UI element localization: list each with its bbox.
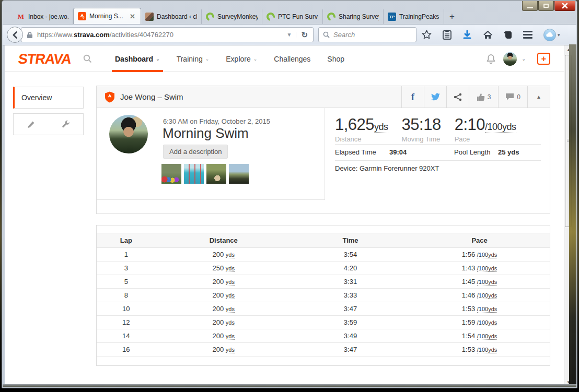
stat-label: Moving Time bbox=[402, 135, 441, 143]
nav-item-shop[interactable]: Shop bbox=[319, 45, 353, 72]
time-cell: 3:47 bbox=[292, 302, 409, 316]
tab-label: PTC Fun Surve... bbox=[278, 13, 318, 20]
photo-thumbnail[interactable] bbox=[161, 164, 181, 184]
divider bbox=[335, 144, 541, 145]
stat-moving-time: 35:18 Moving Time bbox=[402, 115, 441, 143]
stats-row: 1,625yds Distance 35:18 Moving Time 2:10… bbox=[335, 115, 516, 143]
comments-button[interactable]: 0 bbox=[498, 86, 527, 108]
table-row[interactable]: 16 200 yds 3:47 1:53 /100yds bbox=[97, 343, 550, 357]
minimize-button[interactable] bbox=[522, 1, 538, 11]
window-border-bottom bbox=[3, 384, 576, 387]
tab-dashboard[interactable]: Dashboard ‹ ch... bbox=[141, 9, 202, 24]
distance-unit: yds bbox=[226, 252, 235, 258]
pace-value: 1:59 bbox=[462, 318, 475, 326]
downloads-icon[interactable] bbox=[462, 30, 472, 40]
trainingpeaks-icon: TP bbox=[388, 13, 396, 21]
distance-unit: yds bbox=[226, 306, 235, 313]
notifications-bell-icon[interactable] bbox=[486, 54, 496, 64]
time-cell: 3:49 bbox=[292, 329, 409, 343]
laps-header-row: Lap Distance Time Pace bbox=[97, 233, 550, 248]
desktop: M Inbox - joe.wo... Morning S... ✕ Dashb… bbox=[0, 0, 579, 392]
evernote-icon[interactable] bbox=[504, 30, 512, 40]
table-row[interactable]: 5 200 yds 3:31 1:45 /100yds bbox=[97, 275, 550, 289]
nav-item-dashboard[interactable]: Dashboard⌄ bbox=[107, 45, 168, 72]
photo-thumbnail[interactable] bbox=[184, 164, 204, 184]
overview-label: Overview bbox=[21, 93, 52, 102]
tab-surveymonkey[interactable]: SurveyMonkey... bbox=[202, 9, 262, 24]
lap-cell: 5 bbox=[97, 275, 156, 289]
share-icon bbox=[454, 93, 462, 101]
athlete-avatar[interactable] bbox=[109, 115, 148, 153]
activity-stats-panel: 1,625yds Distance 35:18 Moving Time 2:10… bbox=[326, 108, 550, 200]
nav-item-challenges[interactable]: Challenges bbox=[265, 45, 319, 72]
distance-unit: yds bbox=[226, 319, 235, 326]
maximize-button[interactable] bbox=[538, 1, 554, 11]
photo-thumbnail[interactable] bbox=[229, 164, 249, 184]
url-dropdown-icon[interactable]: ▼ bbox=[283, 32, 297, 38]
distance-value: 200 bbox=[213, 251, 224, 258]
distance-value: 200 bbox=[213, 291, 224, 299]
activity-details-panel: 6:30 AM on Friday, October 2, 2015 Morni… bbox=[97, 108, 325, 200]
bookmarks-clipboard-icon[interactable] bbox=[443, 30, 451, 40]
table-row[interactable]: 8 200 yds 3:33 1:46 /100yds bbox=[97, 289, 550, 302]
pace-unit: /100yds bbox=[477, 252, 497, 258]
reload-icon[interactable]: ↻ bbox=[296, 30, 310, 40]
home-icon[interactable] bbox=[483, 30, 493, 40]
sync-account-button[interactable]: ▾ bbox=[543, 29, 560, 41]
settings-wrench-icon[interactable] bbox=[62, 120, 70, 128]
surveymonkey-icon bbox=[206, 13, 214, 21]
url-bar[interactable]: https://www.strava.com/activities/404762… bbox=[21, 27, 314, 42]
kudos-button[interactable]: 3 bbox=[469, 86, 498, 108]
chevron-down-icon: ⌄ bbox=[156, 56, 160, 62]
nav-item-training[interactable]: Training⌄ bbox=[168, 45, 218, 72]
table-row[interactable]: 10 200 yds 3:47 1:53 /100yds bbox=[97, 302, 550, 316]
pool-length-value: 25 yds bbox=[498, 148, 519, 156]
table-row[interactable]: 1 200 yds 3:54 1:56 /100yds bbox=[97, 248, 550, 262]
photo-thumbnails bbox=[161, 164, 249, 184]
time-cell: 3:59 bbox=[292, 316, 409, 329]
kudos-count: 3 bbox=[488, 93, 491, 101]
share-button[interactable] bbox=[446, 86, 469, 108]
pool-length-label: Pool Length bbox=[454, 148, 490, 156]
distance-unit: yds bbox=[226, 333, 235, 340]
twitter-share-button[interactable] bbox=[424, 86, 446, 108]
tab-inbox[interactable]: M Inbox - joe.wo... bbox=[13, 9, 73, 24]
new-tab-button[interactable]: + bbox=[444, 11, 460, 24]
stat-label: Distance bbox=[335, 135, 388, 143]
menu-icon[interactable] bbox=[523, 31, 532, 39]
bookmark-star-icon[interactable] bbox=[422, 30, 432, 40]
photo-thumbnail[interactable] bbox=[206, 164, 226, 184]
tab-label: SurveyMonkey... bbox=[217, 13, 258, 20]
strava-logo[interactable]: STRAVA bbox=[17, 51, 72, 67]
profile-menu[interactable]: ⌄ bbox=[503, 52, 526, 66]
search-input[interactable] bbox=[333, 31, 401, 39]
table-row[interactable]: 14 200 yds 3:49 1:54 /100yds bbox=[97, 329, 550, 343]
lap-cell: 12 bbox=[97, 316, 156, 329]
lap-cell: 14 bbox=[97, 329, 156, 343]
column-header-pace: Pace bbox=[409, 233, 550, 248]
tab-trainingpeaks[interactable]: TP TrainingPeaks ... bbox=[384, 9, 444, 24]
elapsed-time-label: Elapsed Time bbox=[335, 148, 376, 156]
edit-pencil-icon[interactable] bbox=[27, 121, 35, 128]
tab-morning-swim[interactable]: Morning S... ✕ bbox=[73, 8, 141, 24]
tab-sharing-survey[interactable]: Sharing Survey... bbox=[323, 9, 384, 24]
search-box[interactable] bbox=[318, 27, 416, 42]
tab-close-icon[interactable]: ✕ bbox=[129, 13, 136, 20]
table-row[interactable]: 12 200 yds 3:59 1:59 /100yds bbox=[97, 316, 550, 329]
social-bar: f 3 bbox=[401, 86, 550, 108]
table-row[interactable]: 3 250 yds 4:20 1:43 /100yds bbox=[97, 262, 550, 275]
close-button[interactable] bbox=[554, 1, 575, 11]
maximize-icon bbox=[543, 4, 549, 8]
tab-ptc-fun-survey[interactable]: PTC Fun Surve... bbox=[262, 9, 323, 24]
add-description-button[interactable]: Add a description bbox=[163, 145, 228, 159]
collapse-button[interactable]: ▲ bbox=[527, 86, 550, 108]
upload-activity-button[interactable]: + bbox=[537, 53, 550, 65]
facebook-share-button[interactable]: f bbox=[401, 86, 424, 108]
elapsed-time-value: 39:04 bbox=[389, 148, 407, 156]
distance-value: 200 bbox=[213, 332, 224, 340]
close-icon bbox=[562, 3, 568, 9]
site-search-icon[interactable] bbox=[83, 54, 92, 63]
nav-item-explore[interactable]: Explore⌄ bbox=[217, 45, 265, 72]
back-button[interactable] bbox=[7, 27, 23, 43]
sidebar-item-overview[interactable]: Overview bbox=[13, 87, 84, 109]
